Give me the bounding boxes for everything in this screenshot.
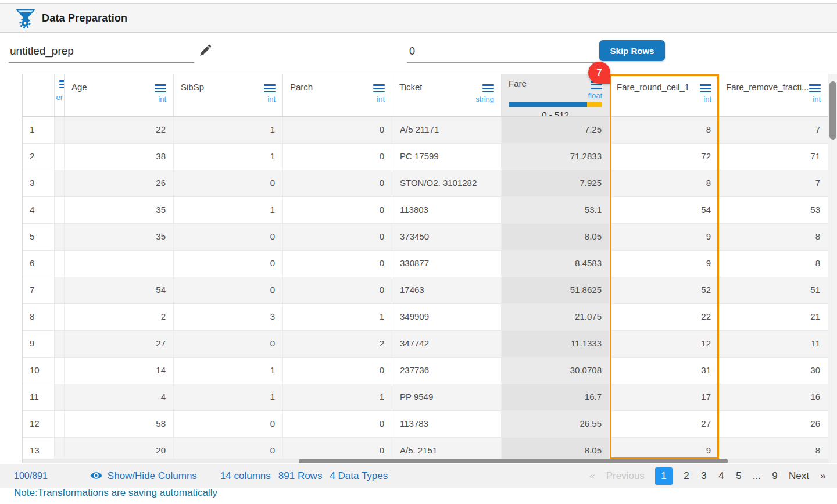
cell-Fare: 7.25: [502, 117, 610, 143]
pagination-last-icon[interactable]: »: [820, 470, 827, 482]
pagination-page-5[interactable]: 5: [735, 470, 742, 482]
cell-clipped: [55, 197, 65, 223]
horizontal-scrollbar[interactable]: [23, 459, 828, 463]
column-header-Fare_round_ceil_1[interactable]: Fare_round_ceil_1int: [610, 74, 719, 116]
row-number: 11: [23, 384, 55, 410]
cell-clipped: [55, 251, 65, 277]
prep-name-input[interactable]: [9, 40, 194, 63]
cell-Parch: 0: [283, 358, 392, 384]
pagination-next[interactable]: Next: [789, 470, 809, 482]
column-type-label: int: [726, 95, 821, 103]
autosave-note: Note:Transformations are saving automati…: [14, 487, 217, 499]
cell-Parch: 0: [283, 117, 392, 143]
cell-Age: 58: [65, 411, 174, 437]
cell-Ticket: 17463: [392, 277, 502, 303]
cell-Fare: 11.1333: [502, 331, 610, 357]
skip-rows-input[interactable]: [407, 40, 603, 63]
cell-Parch: 0: [283, 144, 392, 170]
cell-Ticket: 349909: [392, 304, 502, 330]
vertical-scrollbar[interactable]: [828, 74, 837, 463]
rows-count: 891 Rows: [278, 470, 323, 482]
horizontal-scrollbar-thumb[interactable]: [299, 459, 728, 463]
pagination-first-icon[interactable]: «: [589, 470, 596, 482]
row-number: 9: [23, 331, 55, 357]
cell-Fare: 71.2833: [502, 144, 610, 170]
cell-Age: 27: [65, 331, 174, 357]
table-row: 32600STON/O2. 31012827.92587: [23, 170, 828, 197]
pagination: «Previous12345...9Next»: [589, 467, 831, 485]
column-menu-icon[interactable]: [700, 82, 711, 94]
show-hide-columns-button[interactable]: Show/Hide Columns: [90, 470, 197, 483]
table-row: 9270234774211.13331211: [23, 331, 828, 358]
column-header-rownum: [23, 74, 55, 116]
table-row: 823134990921.0752221: [23, 304, 828, 331]
column-header-Fare_remove_fracti...[interactable]: Fare_remove_fracti...int: [719, 74, 828, 116]
pagination-page-4[interactable]: 4: [718, 470, 725, 482]
skip-rows-button[interactable]: Skip Rows: [599, 40, 665, 61]
cell-Parch: 0: [283, 170, 392, 196]
column-menu-icon[interactable]: [373, 82, 385, 94]
cell-Ticket: STON/O2. 3101282: [392, 170, 502, 196]
cell-Fare_remove_fracti...: 71: [719, 144, 828, 170]
pagination-page-1[interactable]: 1: [655, 467, 673, 485]
pagination-previous[interactable]: Previous: [606, 470, 645, 482]
row-number: 4: [23, 197, 55, 223]
cell-clipped: [55, 358, 65, 384]
table-row: 23810PC 1759971.28337271: [23, 144, 828, 170]
cell-SibSp: 0: [174, 277, 283, 303]
edit-name-button[interactable]: [198, 44, 213, 59]
cell-Fare: 26.55: [502, 411, 610, 437]
column-type-label: int: [71, 95, 166, 103]
cell-Fare: 8.4583: [502, 251, 610, 277]
column-type-label: int: [181, 95, 276, 103]
column-header-SibSp[interactable]: SibSpint: [174, 74, 283, 116]
column-menu-icon[interactable]: [59, 78, 65, 90]
cell-Fare_remove_fracti...: 8: [719, 251, 828, 277]
cell-Age: 54: [65, 277, 174, 303]
cell-Ticket: A/5 21171: [392, 117, 502, 143]
cell-Ticket: 113783: [392, 411, 502, 437]
cell-Fare_round_ceil_1: 54: [610, 197, 719, 223]
cell-Fare_remove_fracti...: 7: [719, 170, 828, 196]
cell-Fare_round_ceil_1: 22: [610, 304, 719, 330]
cell-Fare_remove_fracti...: 53: [719, 197, 828, 223]
row-number: 12: [23, 411, 55, 437]
cell-Fare: 7.925: [502, 170, 610, 196]
pagination-page-9[interactable]: 9: [771, 470, 778, 482]
cell-Fare_round_ceil_1: 12: [610, 331, 719, 357]
cell-Parch: 0: [283, 224, 392, 250]
pagination-page-2[interactable]: 2: [683, 470, 690, 482]
footer-bar: 100/891 Show/Hide Columns 14 columns 891…: [0, 464, 837, 488]
cell-Fare_round_ceil_1: 9: [610, 251, 719, 277]
column-menu-icon[interactable]: [809, 82, 821, 94]
row-number: 6: [23, 251, 55, 277]
cell-clipped: [55, 117, 65, 143]
column-header-Parch[interactable]: Parchint: [283, 74, 392, 116]
table-row: 535003734508.0598: [23, 224, 828, 251]
cell-Ticket: PC 17599: [392, 144, 502, 170]
cell-Fare_round_ceil_1: 27: [610, 411, 719, 437]
column-header-Age[interactable]: Ageint: [65, 74, 174, 116]
cell-Parch: 0: [283, 251, 392, 277]
cell-Ticket: 113803: [392, 197, 502, 223]
vertical-scrollbar-thumb[interactable]: [829, 81, 836, 140]
visible-count[interactable]: 100/891: [14, 471, 48, 481]
column-name: Fare: [509, 78, 527, 88]
cell-Fare: 8.05: [502, 224, 610, 250]
cell-Age: 2: [65, 304, 174, 330]
cell-SibSp: 1: [174, 384, 283, 410]
row-number: 2: [23, 144, 55, 170]
column-header-clipped: er: [55, 74, 65, 116]
column-type-label: string: [399, 95, 494, 103]
cell-clipped: [55, 277, 65, 303]
row-number: 7: [23, 277, 55, 303]
pagination-page-3[interactable]: 3: [700, 470, 707, 482]
column-menu-icon[interactable]: [155, 82, 166, 94]
cell-Fare_remove_fracti...: 51: [719, 277, 828, 303]
column-menu-icon[interactable]: [264, 82, 276, 94]
column-header-Ticket[interactable]: Ticketstring: [392, 74, 502, 116]
cell-Fare_remove_fracti...: 21: [719, 304, 828, 330]
cell-Fare_round_ceil_1: 52: [610, 277, 719, 303]
cell-SibSp: 1: [174, 144, 283, 170]
column-menu-icon[interactable]: [482, 82, 494, 94]
